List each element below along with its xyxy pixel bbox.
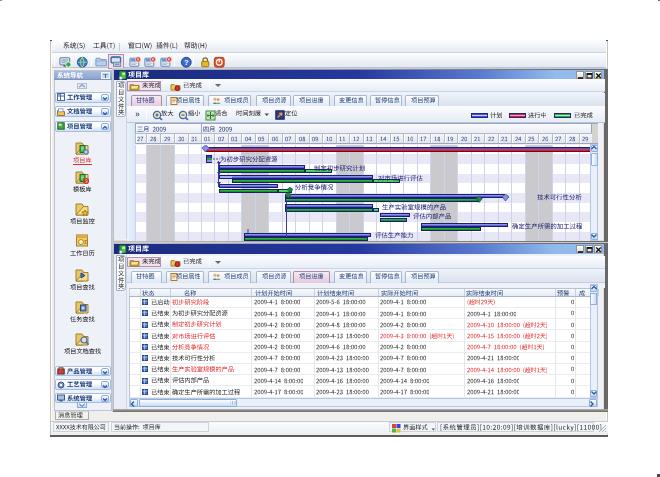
svg-text:?: ? [184, 57, 189, 66]
